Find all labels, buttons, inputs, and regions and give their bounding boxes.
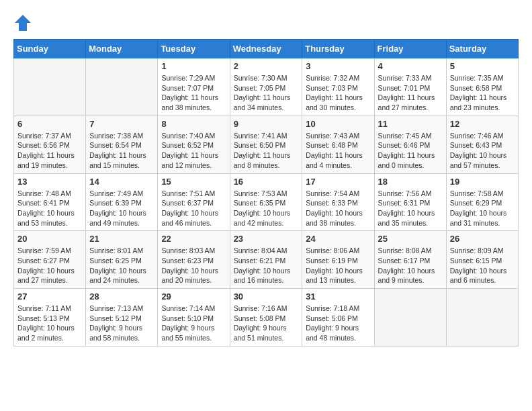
calendar-cell: 3Sunrise: 7:32 AMSunset: 7:03 PMDaylight… <box>302 58 374 116</box>
calendar-week-row: 13Sunrise: 7:48 AMSunset: 6:41 PMDayligh… <box>14 173 519 231</box>
weekday-header-thursday: Thursday <box>302 40 374 58</box>
calendar-cell: 17Sunrise: 7:54 AMSunset: 6:33 PMDayligh… <box>302 173 374 231</box>
day-number: 1 <box>161 61 226 71</box>
calendar-cell: 9Sunrise: 7:41 AMSunset: 6:50 PMDaylight… <box>230 116 302 173</box>
day-number: 18 <box>378 177 443 187</box>
calendar-cell: 11Sunrise: 7:45 AMSunset: 6:46 PMDayligh… <box>374 116 446 173</box>
day-info: Sunrise: 7:13 AMSunset: 5:12 PMDaylight:… <box>89 304 154 343</box>
day-info: Sunrise: 7:54 AMSunset: 6:33 PMDaylight:… <box>306 189 370 228</box>
day-number: 7 <box>89 119 154 129</box>
day-info: Sunrise: 7:56 AMSunset: 6:31 PMDaylight:… <box>378 189 443 228</box>
day-info: Sunrise: 7:53 AMSunset: 6:35 PMDaylight:… <box>234 189 299 228</box>
calendar-cell: 6Sunrise: 7:37 AMSunset: 6:56 PMDaylight… <box>14 116 86 173</box>
day-info: Sunrise: 7:45 AMSunset: 6:46 PMDaylight:… <box>378 131 443 171</box>
calendar-cell: 24Sunrise: 8:06 AMSunset: 6:19 PMDayligh… <box>302 231 374 289</box>
logo-icon <box>13 13 32 32</box>
day-number: 8 <box>161 119 226 129</box>
day-info: Sunrise: 7:37 AMSunset: 6:56 PMDaylight:… <box>17 131 82 171</box>
day-info: Sunrise: 8:06 AMSunset: 6:19 PMDaylight:… <box>306 246 370 285</box>
calendar-cell <box>86 58 158 116</box>
weekday-header-tuesday: Tuesday <box>158 40 230 58</box>
calendar-cell: 10Sunrise: 7:43 AMSunset: 6:48 PMDayligh… <box>302 116 374 173</box>
calendar-cell: 18Sunrise: 7:56 AMSunset: 6:31 PMDayligh… <box>374 173 446 231</box>
calendar-cell: 28Sunrise: 7:13 AMSunset: 5:12 PMDayligh… <box>86 289 158 347</box>
calendar-week-row: 6Sunrise: 7:37 AMSunset: 6:56 PMDaylight… <box>14 116 519 173</box>
calendar-cell <box>14 58 86 116</box>
day-number: 9 <box>234 119 299 129</box>
weekday-header-monday: Monday <box>86 40 158 58</box>
day-number: 23 <box>234 234 299 244</box>
day-number: 16 <box>234 177 299 187</box>
day-info: Sunrise: 8:03 AMSunset: 6:23 PMDaylight:… <box>161 246 226 285</box>
day-number: 24 <box>306 234 370 244</box>
day-info: Sunrise: 8:01 AMSunset: 6:25 PMDaylight:… <box>89 246 154 285</box>
calendar-cell: 26Sunrise: 8:09 AMSunset: 6:15 PMDayligh… <box>446 231 518 289</box>
calendar-cell: 1Sunrise: 7:29 AMSunset: 7:07 PMDaylight… <box>158 58 230 116</box>
calendar-cell: 8Sunrise: 7:40 AMSunset: 6:52 PMDaylight… <box>158 116 230 173</box>
page-header <box>13 13 519 32</box>
calendar-cell <box>446 289 518 347</box>
day-number: 31 <box>306 291 370 302</box>
day-number: 4 <box>378 61 443 71</box>
calendar-cell: 23Sunrise: 8:04 AMSunset: 6:21 PMDayligh… <box>230 231 302 289</box>
calendar-cell: 14Sunrise: 7:49 AMSunset: 6:39 PMDayligh… <box>86 173 158 231</box>
calendar-cell: 12Sunrise: 7:46 AMSunset: 6:43 PMDayligh… <box>446 116 518 173</box>
day-info: Sunrise: 7:48 AMSunset: 6:41 PMDaylight:… <box>17 189 82 228</box>
day-info: Sunrise: 7:32 AMSunset: 7:03 PMDaylight:… <box>306 73 370 113</box>
calendar-cell: 7Sunrise: 7:38 AMSunset: 6:54 PMDaylight… <box>86 116 158 173</box>
day-number: 21 <box>89 234 154 244</box>
calendar-cell: 20Sunrise: 7:59 AMSunset: 6:27 PMDayligh… <box>14 231 86 289</box>
calendar-cell: 29Sunrise: 7:14 AMSunset: 5:10 PMDayligh… <box>158 289 230 347</box>
day-info: Sunrise: 7:11 AMSunset: 5:13 PMDaylight:… <box>17 304 82 343</box>
weekday-header-row: SundayMondayTuesdayWednesdayThursdayFrid… <box>14 40 519 58</box>
day-info: Sunrise: 7:35 AMSunset: 6:58 PMDaylight:… <box>450 73 515 113</box>
calendar-cell: 30Sunrise: 7:16 AMSunset: 5:08 PMDayligh… <box>230 289 302 347</box>
day-number: 15 <box>161 177 226 187</box>
day-number: 22 <box>161 234 226 244</box>
calendar-week-row: 20Sunrise: 7:59 AMSunset: 6:27 PMDayligh… <box>14 231 519 289</box>
day-number: 6 <box>17 119 82 129</box>
day-number: 25 <box>378 234 443 244</box>
day-info: Sunrise: 7:41 AMSunset: 6:50 PMDaylight:… <box>234 131 299 171</box>
day-info: Sunrise: 8:09 AMSunset: 6:15 PMDaylight:… <box>450 246 515 285</box>
day-info: Sunrise: 7:18 AMSunset: 5:06 PMDaylight:… <box>306 304 370 343</box>
day-info: Sunrise: 7:43 AMSunset: 6:48 PMDaylight:… <box>306 131 370 171</box>
calendar-table: SundayMondayTuesdayWednesdayThursdayFrid… <box>13 39 519 347</box>
day-info: Sunrise: 7:59 AMSunset: 6:27 PMDaylight:… <box>17 246 82 285</box>
calendar-cell: 25Sunrise: 8:08 AMSunset: 6:17 PMDayligh… <box>374 231 446 289</box>
day-number: 29 <box>161 291 226 302</box>
calendar-cell: 4Sunrise: 7:33 AMSunset: 7:01 PMDaylight… <box>374 58 446 116</box>
day-number: 3 <box>306 61 370 71</box>
day-info: Sunrise: 7:30 AMSunset: 7:05 PMDaylight:… <box>234 73 299 113</box>
day-number: 30 <box>234 291 299 302</box>
day-info: Sunrise: 7:58 AMSunset: 6:29 PMDaylight:… <box>450 189 515 228</box>
calendar-cell: 21Sunrise: 8:01 AMSunset: 6:25 PMDayligh… <box>86 231 158 289</box>
day-info: Sunrise: 7:51 AMSunset: 6:37 PMDaylight:… <box>161 189 226 228</box>
logo <box>13 13 35 32</box>
calendar-cell: 15Sunrise: 7:51 AMSunset: 6:37 PMDayligh… <box>158 173 230 231</box>
calendar-week-row: 27Sunrise: 7:11 AMSunset: 5:13 PMDayligh… <box>14 289 519 347</box>
day-info: Sunrise: 7:49 AMSunset: 6:39 PMDaylight:… <box>89 189 154 228</box>
svg-marker-0 <box>15 15 31 31</box>
day-info: Sunrise: 7:40 AMSunset: 6:52 PMDaylight:… <box>161 131 226 171</box>
calendar-week-row: 1Sunrise: 7:29 AMSunset: 7:07 PMDaylight… <box>14 58 519 116</box>
day-number: 13 <box>17 177 82 187</box>
day-info: Sunrise: 8:08 AMSunset: 6:17 PMDaylight:… <box>378 246 443 285</box>
day-number: 10 <box>306 119 370 129</box>
day-number: 17 <box>306 177 370 187</box>
day-number: 14 <box>89 177 154 187</box>
calendar-cell: 13Sunrise: 7:48 AMSunset: 6:41 PMDayligh… <box>14 173 86 231</box>
day-number: 19 <box>450 177 515 187</box>
calendar-cell: 31Sunrise: 7:18 AMSunset: 5:06 PMDayligh… <box>302 289 374 347</box>
day-number: 12 <box>450 119 515 129</box>
weekday-header-friday: Friday <box>374 40 446 58</box>
day-info: Sunrise: 7:16 AMSunset: 5:08 PMDaylight:… <box>234 304 299 343</box>
day-number: 28 <box>89 291 154 302</box>
weekday-header-saturday: Saturday <box>446 40 518 58</box>
day-number: 20 <box>17 234 82 244</box>
day-number: 5 <box>450 61 515 71</box>
day-info: Sunrise: 7:29 AMSunset: 7:07 PMDaylight:… <box>161 73 226 113</box>
calendar-cell: 16Sunrise: 7:53 AMSunset: 6:35 PMDayligh… <box>230 173 302 231</box>
day-number: 2 <box>234 61 299 71</box>
day-number: 27 <box>17 291 82 302</box>
